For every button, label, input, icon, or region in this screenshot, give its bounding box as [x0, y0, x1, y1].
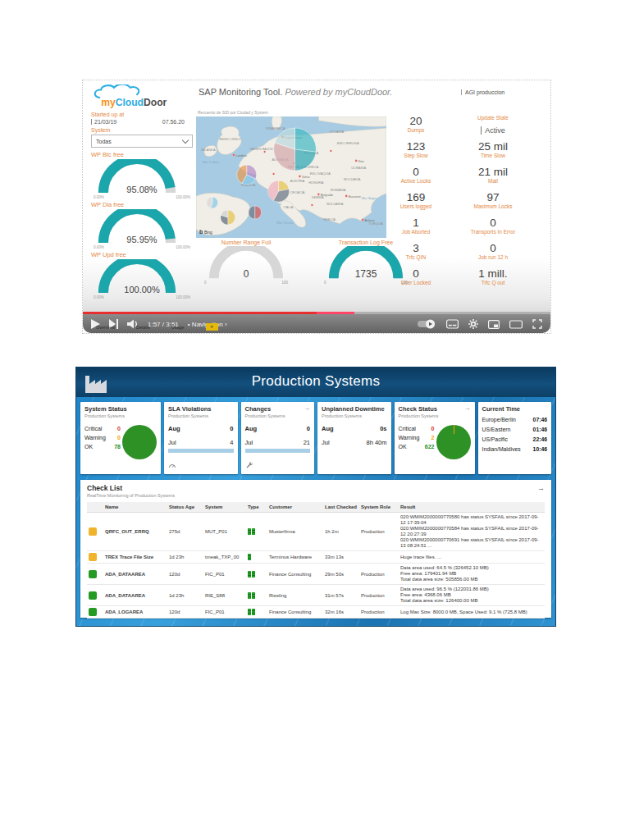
update-state-value: Active	[481, 126, 505, 135]
status-row-ok: OK622	[399, 442, 435, 451]
status-label: OK	[399, 442, 407, 451]
timezone-value: 22:46	[533, 436, 547, 442]
dashboard-title: Production Systems	[76, 373, 555, 390]
page-tab-overview[interactable]: Overview	[96, 325, 115, 330]
page-tab-usage[interactable]: Usage	[171, 325, 185, 330]
result-line: Data area used: 64.5 % (326452.10 MB)	[400, 565, 543, 571]
month-label: Aug	[245, 425, 258, 432]
started-up-row: 21/03/19 07.56.20	[91, 119, 193, 125]
server-bar	[248, 528, 251, 535]
started-time: 07.56.20	[162, 119, 185, 125]
page-tab-add[interactable]: +	[206, 323, 218, 331]
wp-upd-free-label: WP Upd free	[91, 251, 193, 258]
tile-system-status[interactable]: System StatusProduction SystemsCritical0…	[80, 402, 161, 474]
cell-system-role: Production	[359, 585, 399, 606]
cell-name: ADA_DATAAREA	[103, 564, 167, 585]
map-caption: Recuento de SID por Ciudad y System	[198, 110, 268, 115]
tile-title: Current Time	[482, 405, 548, 413]
svg-text:Mar Tirreno: Mar Tirreno	[276, 221, 294, 225]
checklist-row-ada-logarea[interactable]: ADA_LOGAREA120dFIC_P01Finance Consulting…	[87, 606, 545, 619]
system-select-value: Todas	[96, 139, 112, 144]
kpi-value: 1	[381, 217, 451, 229]
checklist-row-ada-dataarea[interactable]: ADA_DATAAREA1d 23hRIE_S88Riesling31m 57s…	[87, 585, 545, 606]
result-line: Free area: 4368.06 MB	[400, 592, 543, 598]
kpi-label: Active Locks	[381, 178, 451, 185]
kpi-value: 1 mill.	[453, 267, 533, 280]
settings-button[interactable]	[468, 319, 478, 329]
open-arrow-icon[interactable]: →	[464, 404, 471, 412]
progress-bar[interactable]	[83, 312, 550, 314]
checklist-open-arrow[interactable]: →	[537, 484, 545, 492]
status-body: Critical0Warning2OK622	[399, 424, 471, 459]
gauge-scale: 0.00%100.00%	[91, 195, 193, 199]
status-pie	[122, 425, 157, 459]
europe-map[interactable]: REINO UNIDOIRLANDADINAMARCAPAISES BAJOSA…	[196, 116, 386, 238]
status-value: 2	[431, 433, 435, 442]
gauge-icon	[168, 457, 176, 472]
video-surface[interactable]: myCloudDoor Started up at 21/03/19 07.56…	[83, 80, 550, 333]
column-name: Name	[103, 502, 167, 513]
wp-dia-free-label: WP Dia free	[91, 201, 193, 208]
tile-subtitle: Production Systems	[168, 413, 234, 418]
environment-badge: AGI produccion	[461, 89, 504, 95]
kpi-label: Job Aborted	[381, 229, 451, 235]
status-value: 78	[114, 442, 121, 451]
tile-current-time[interactable]: Current TimeEurope/Berlin07:46US/Eastern…	[478, 402, 552, 474]
tile-subtitle: Production Systems	[245, 413, 311, 418]
tile-unplanned-downtime[interactable]: Unplanned DowntimeProduction SystemsAug0…	[317, 402, 391, 474]
autoplay-toggle[interactable]	[417, 319, 436, 329]
status-row-warning: Warning2	[399, 433, 435, 442]
checklist-row-trex-trace-file-size[interactable]: TREX Trace File Size1d 23htmeak_TXP_00Te…	[87, 551, 545, 564]
captions-button[interactable]	[446, 319, 459, 329]
svg-text:ITALIA: ITALIA	[284, 205, 294, 209]
tile-check-status[interactable]: →Check StatusProduction SystemsCritical0…	[395, 402, 475, 474]
kpi-value: 20	[381, 115, 451, 127]
cell-customer: Musterfirma	[267, 513, 323, 551]
checklist-row-qrfc-out-errq[interactable]: QRFC_OUT_ERRQ275dMUT_P01Musterfirma1h 2m…	[87, 513, 545, 551]
month-row-aug: Aug0	[245, 425, 311, 432]
status-label: Critical	[399, 424, 416, 433]
gauge-max: 100	[281, 281, 288, 285]
tile-sla-violations[interactable]: SLA ViolationsProduction SystemsAug0Jul4	[164, 402, 238, 474]
kpi-value: 21 mil	[453, 166, 533, 178]
server-bar	[252, 592, 255, 599]
cell-result: 020:WMIM2000000770580 has status SYSFAIL…	[399, 513, 545, 551]
gauge-value: 95.08%	[91, 185, 193, 194]
cell-name: TREX Trace File Size	[103, 551, 167, 564]
kpi-label: Time Slow	[453, 153, 533, 159]
theater-button[interactable]	[509, 320, 523, 329]
fullscreen-button[interactable]	[532, 319, 542, 329]
gauge-min: 0.00%	[94, 245, 104, 249]
status-green-icon	[89, 608, 97, 616]
gauge-min: 0	[204, 281, 207, 285]
production-systems-dashboard: Production Systems System StatusProducti…	[75, 367, 556, 627]
cell-status-age: 120d	[167, 564, 203, 585]
month-label: Jul	[245, 439, 253, 446]
result-line: 020:WMIM2000000770584 has status SYSFAIL…	[400, 526, 543, 537]
tile-title: Changes	[245, 405, 311, 413]
result-line: 020:WMIM2000000770691 has status SYSFAIL…	[400, 537, 543, 549]
checklist-row-ada-dataarea[interactable]: ADA_DATAAREA120dFIC_P01Finance Consultin…	[87, 564, 545, 585]
gauge-min: 0.00%	[94, 295, 104, 299]
kpi-value: 97	[453, 191, 533, 203]
header-row: NameStatus AgeSystemTypeCustomerLast Che…	[87, 502, 545, 513]
wp-dia-free-arc: 95.95%	[91, 209, 193, 244]
svg-text:Mar Negro: Mar Negro	[362, 196, 378, 200]
tile-changes[interactable]: →ChangesProduction SystemsAug0Jul21	[241, 402, 315, 474]
server-bar	[248, 554, 251, 560]
tile-subtitle: Production Systems	[399, 413, 471, 418]
status-label: Warning	[84, 433, 106, 442]
open-arrow-icon[interactable]: →	[304, 404, 310, 412]
cell-name: ADA_LOGAREA	[103, 606, 167, 619]
gauge-scale: 0.00%100.00%	[91, 245, 193, 249]
progress-scrubber[interactable]	[317, 312, 354, 314]
kpi-value: 169	[381, 191, 451, 203]
svg-text:ESLOVAQUIA: ESLOVAQUIA	[310, 171, 331, 176]
status-row-ok: OK78	[84, 442, 121, 451]
theater-icon	[509, 320, 523, 329]
progress-remaining	[354, 312, 550, 314]
column-result: Result	[399, 502, 545, 513]
miniplayer-button[interactable]	[488, 320, 500, 329]
system-select[interactable]: Todas	[91, 135, 193, 148]
page-tab-details[interactable]: Details	[136, 325, 150, 330]
